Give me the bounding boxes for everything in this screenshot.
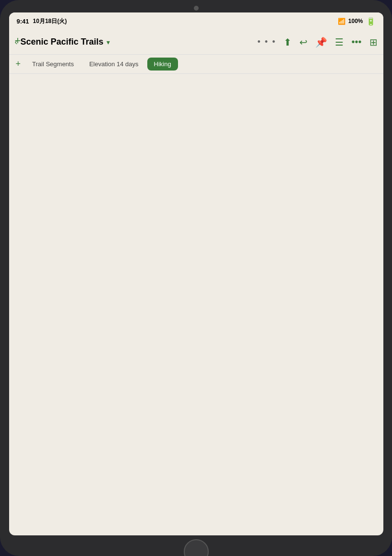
tab-hiking[interactable]: Hiking — [147, 58, 178, 71]
status-bar: 9:41 10月18日(火) 📶 100% 🔋 — [9, 12, 383, 30]
screen: 9:41 10月18日(火) 📶 100% 🔋 ‹ Scenic Pacific… — [9, 12, 383, 535]
pin-button[interactable]: 📌 — [315, 36, 327, 48]
panel-button[interactable]: ⊞ — [369, 36, 378, 48]
add-tab-button[interactable]: + — [13, 57, 24, 71]
tabs-bar: + Trail Segments Elevation 14 days Hikin… — [9, 55, 383, 74]
add-button[interactable]: + — [15, 35, 21, 47]
list-button[interactable]: ☰ — [335, 36, 344, 48]
more-options-button[interactable]: ••• — [351, 36, 361, 47]
wifi-icon: 📶 — [338, 18, 345, 25]
toolbar-more-icon: • • • — [258, 37, 276, 47]
ipad-frame: 9:41 10月18日(火) 📶 100% 🔋 ‹ Scenic Pacific… — [0, 0, 392, 556]
home-button[interactable] — [184, 539, 209, 556]
share-button[interactable]: ⬆ — [284, 36, 292, 48]
battery-level: 100% — [348, 18, 363, 24]
status-date: 10月18日(火) — [33, 17, 67, 25]
tab-trail-segments[interactable]: Trail Segments — [25, 58, 81, 71]
title-chevron-icon[interactable]: ▾ — [107, 38, 110, 46]
undo-button[interactable]: ↩ — [299, 36, 308, 48]
status-time: 9:41 — [17, 18, 29, 25]
toolbar: ‹ Scenic Pacific Trails ▾ • • • ⬆ ↩ 📌 ☰ … — [9, 30, 383, 55]
battery-icon: 🔋 — [366, 17, 376, 26]
tab-elevation[interactable]: Elevation 14 days — [83, 58, 145, 71]
front-camera — [194, 6, 199, 11]
document-title: Scenic Pacific Trails — [21, 37, 104, 47]
